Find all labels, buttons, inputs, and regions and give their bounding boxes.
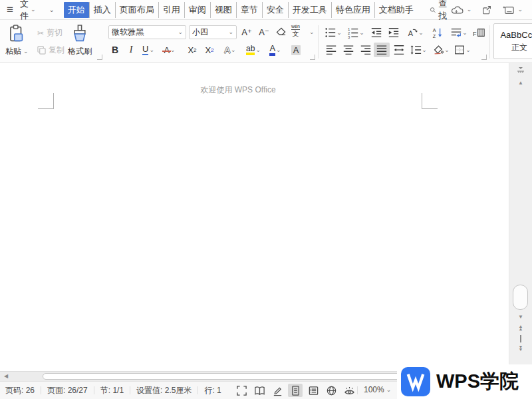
tab-review[interactable]: 审阅 bbox=[184, 2, 210, 18]
file-menu-button[interactable]: 文件 ⌄ bbox=[20, 0, 36, 22]
status-section[interactable]: 节: 1/1 bbox=[100, 385, 124, 396]
chevron-down-icon: ⌄ bbox=[23, 49, 29, 55]
down-triangle-icon: ▼ bbox=[519, 348, 523, 351]
justify-button[interactable] bbox=[374, 43, 390, 57]
style-normal-card[interactable]: AaBbCcD 正文 bbox=[493, 23, 532, 59]
fullscreen-button[interactable] bbox=[234, 384, 249, 397]
phonetic-guide-button[interactable]: wén 文 bbox=[291, 24, 300, 37]
chevron-down-icon: ⌄ bbox=[444, 47, 450, 53]
ink-mode-button[interactable] bbox=[270, 384, 285, 397]
italic-button[interactable]: I bbox=[126, 43, 136, 57]
outline-view-button[interactable] bbox=[306, 384, 321, 397]
web-view-button[interactable] bbox=[324, 384, 338, 397]
status-line-number[interactable]: 行: 1 bbox=[204, 385, 221, 396]
tab-section[interactable]: 章节 bbox=[236, 2, 262, 18]
vertical-scroll-thumb[interactable] bbox=[513, 285, 528, 310]
scroll-down-button[interactable]: ▼ bbox=[509, 315, 532, 320]
text-direction-button[interactable]: A ⌄ bbox=[404, 25, 426, 40]
tab-references[interactable]: 引用 bbox=[158, 2, 184, 18]
line-spacing-button[interactable]: ⌄ bbox=[408, 43, 428, 57]
new-document-button[interactable]: ⌄ bbox=[502, 5, 523, 15]
scroll-left-button[interactable]: ◀ bbox=[4, 373, 8, 379]
next-page-button[interactable]: ▼ ▼ bbox=[509, 346, 532, 351]
ribbon-tabs: 开始 插入 页面布局 引用 审阅 视图 章节 安全 开发工具 特色应用 文档助手 bbox=[64, 2, 418, 18]
align-left-button[interactable] bbox=[323, 43, 339, 57]
font-size-select[interactable]: 小四 ⌄ bbox=[189, 25, 237, 39]
quick-access-chevron-icon[interactable]: ⌄ bbox=[49, 6, 54, 13]
page-view-button[interactable] bbox=[288, 384, 303, 397]
hamburger-menu-icon[interactable]: ≡ bbox=[7, 3, 13, 17]
share-button[interactable] bbox=[481, 5, 492, 15]
chevron-down-icon: ⌄ bbox=[336, 30, 342, 36]
align-left-icon bbox=[325, 44, 337, 56]
align-center-button[interactable] bbox=[340, 43, 356, 57]
text-effects-button[interactable]: A ⌄ bbox=[221, 43, 239, 57]
copy-button[interactable]: 复制 bbox=[37, 45, 65, 56]
tab-dev-tools[interactable]: 开发工具 bbox=[288, 2, 331, 18]
format-painter-button[interactable]: 格式刷 bbox=[68, 24, 92, 57]
increase-indent-button[interactable] bbox=[386, 25, 402, 40]
shading-button[interactable]: ⌄ bbox=[431, 43, 451, 57]
sort-button[interactable]: A Z bbox=[430, 25, 446, 40]
highlight-label: ab bbox=[246, 45, 255, 56]
font-family-value: 微软雅黑 bbox=[112, 27, 176, 38]
clipboard-dialog-launcher[interactable] bbox=[97, 55, 102, 60]
tab-doc-assistant[interactable]: 文档助手 bbox=[374, 2, 418, 18]
separator bbox=[357, 386, 358, 394]
numbered-list-button[interactable]: 1 2 3 ⌄ bbox=[346, 25, 366, 40]
status-page-count[interactable]: 页面: 26/27 bbox=[47, 385, 88, 396]
font-color-button[interactable]: A ⌄ bbox=[266, 43, 285, 57]
scroll-up-button[interactable]: ▲ bbox=[509, 80, 532, 86]
highlight-color-button[interactable]: ab ⌄ bbox=[243, 43, 263, 57]
wps-academy-logo[interactable]: WPS学院 bbox=[397, 364, 532, 399]
text-direction-icon: A bbox=[406, 27, 418, 39]
superscript-button[interactable]: X2 bbox=[184, 43, 200, 57]
previous-page-button[interactable]: ▲ ▲ bbox=[509, 325, 532, 331]
tab-page-layout[interactable]: 页面布局 bbox=[115, 2, 158, 18]
chevron-down-icon: ⌄ bbox=[170, 47, 176, 53]
paste-label: 粘贴 bbox=[5, 46, 21, 57]
bold-button[interactable]: B bbox=[108, 43, 122, 57]
find-button[interactable]: 查找 bbox=[430, 0, 450, 22]
grow-font-button[interactable]: A⁺ bbox=[239, 25, 254, 39]
shrink-font-button[interactable]: A⁻ bbox=[257, 25, 271, 39]
document-area[interactable]: 欢迎使用 WPS Office ▲ ▼ ▲ ▲ ▼ ▼ bbox=[0, 63, 532, 371]
manuscript-grid-button[interactable]: F bbox=[471, 25, 487, 40]
tab-view[interactable]: 视图 bbox=[210, 2, 236, 18]
chevron-down-icon: ⌄ bbox=[418, 30, 424, 36]
chevron-down-icon[interactable]: ⌄ bbox=[309, 29, 315, 35]
paragraph-layout-button[interactable]: ⌄ bbox=[448, 25, 469, 40]
status-page-number[interactable]: 页码: 26 bbox=[5, 385, 35, 396]
strikethrough-button[interactable]: A ⌄ bbox=[160, 43, 179, 57]
read-mode-button[interactable] bbox=[252, 384, 267, 397]
zoom-level-control[interactable]: 100% ⌄ bbox=[364, 385, 391, 394]
subscript-button[interactable]: X2 bbox=[201, 43, 217, 57]
svg-text:3: 3 bbox=[348, 35, 350, 39]
tab-home[interactable]: 开始 bbox=[64, 2, 89, 18]
distribute-button[interactable] bbox=[391, 43, 407, 57]
underline-button[interactable]: U ⌄ bbox=[139, 43, 158, 57]
ruler-toggle-button[interactable] bbox=[509, 66, 532, 74]
tab-special-features[interactable]: 特色应用 bbox=[331, 2, 374, 18]
tab-insert[interactable]: 插入 bbox=[89, 2, 115, 18]
paste-button[interactable]: 粘贴 ⌄ bbox=[5, 24, 29, 57]
vertical-scrollbar[interactable]: ▲ ▼ ▲ ▲ ▼ ▼ bbox=[509, 63, 532, 371]
select-browse-object-button[interactable] bbox=[509, 336, 532, 342]
bullet-list-button[interactable]: ⌄ bbox=[323, 25, 343, 40]
borders-icon bbox=[454, 44, 466, 56]
chevron-down-icon: ⌄ bbox=[149, 47, 154, 53]
status-margin-setting[interactable]: 设置值: 2.5厘米 bbox=[136, 385, 192, 396]
decrease-indent-button[interactable] bbox=[368, 25, 384, 40]
clear-format-button[interactable] bbox=[274, 25, 289, 39]
tab-security[interactable]: 安全 bbox=[262, 2, 288, 18]
font-family-select[interactable]: 微软雅黑 ⌄ bbox=[108, 25, 186, 39]
borders-button[interactable]: ⌄ bbox=[452, 43, 472, 57]
font-dialog-launcher[interactable] bbox=[310, 55, 315, 60]
eye-protection-button[interactable] bbox=[342, 384, 356, 397]
paragraph-dialog-launcher[interactable] bbox=[481, 55, 487, 60]
cut-button[interactable]: ✂ 剪切 bbox=[37, 27, 63, 39]
char-shading-button[interactable]: A bbox=[289, 43, 303, 57]
align-right-button[interactable] bbox=[358, 43, 374, 57]
cloud-sync-button[interactable]: ⌄ bbox=[450, 5, 472, 15]
document-watermark-text: 欢迎使用 WPS Office bbox=[0, 84, 476, 96]
